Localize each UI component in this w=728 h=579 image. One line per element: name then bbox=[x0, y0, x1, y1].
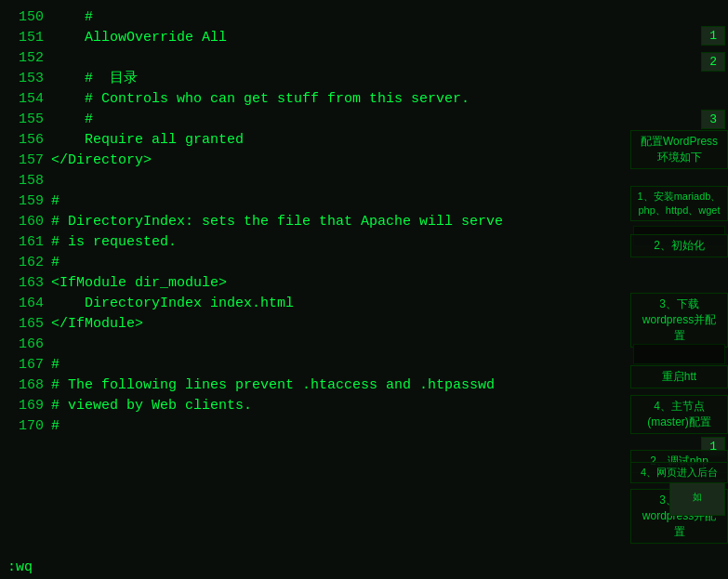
line-number: 160 bbox=[0, 212, 51, 232]
line-content: # bbox=[51, 191, 60, 212]
line-number: 159 bbox=[0, 191, 51, 212]
line-content: DirectoryIndex index.html bbox=[51, 294, 294, 314]
line-number: 157 bbox=[0, 151, 51, 171]
line-number: 155 bbox=[0, 110, 51, 130]
code-line: 165</IfModule> bbox=[0, 314, 728, 335]
code-line: 150 # bbox=[0, 7, 728, 28]
line-number: 165 bbox=[0, 314, 51, 335]
line-content: # viewed by Web clients. bbox=[51, 396, 252, 416]
line-content: </IfModule> bbox=[51, 314, 143, 335]
line-number: 154 bbox=[0, 89, 51, 110]
code-line: 153 # 目录 bbox=[0, 69, 728, 89]
line-number: 169 bbox=[0, 396, 51, 416]
terminal-window: 150 #151 AllowOverride All152153 # 目录154… bbox=[0, 0, 728, 579]
sidebar-overlay: 1 2 3 配置WordPress环境如下 1、安装mariadb、php、ht… bbox=[630, 0, 728, 539]
line-content: # Controls who can get stuff from this s… bbox=[51, 89, 470, 110]
line-number: 158 bbox=[0, 171, 51, 191]
code-line: 169# viewed by Web clients. bbox=[0, 396, 728, 416]
line-content: # bbox=[51, 416, 60, 437]
sidebar-badge-3[interactable]: 3 bbox=[701, 110, 725, 129]
code-line: 162# bbox=[0, 253, 728, 273]
sidebar-badge-1[interactable]: 1 bbox=[701, 26, 725, 46]
line-number: 167 bbox=[0, 355, 51, 375]
code-line: 161# is requested. bbox=[0, 232, 728, 253]
overlay-restart-http: 重启htt bbox=[630, 365, 728, 388]
line-number: 156 bbox=[0, 130, 51, 151]
vim-command: :wq bbox=[7, 559, 33, 575]
line-number: 164 bbox=[0, 294, 51, 314]
line-content: # 目录 bbox=[51, 69, 138, 89]
line-content: <IfModule dir_module> bbox=[51, 273, 227, 294]
avatar: 如 bbox=[669, 479, 725, 516]
line-number: 150 bbox=[0, 7, 51, 28]
command-line: :wq bbox=[0, 556, 728, 579]
code-line: 151 AllowOverride All bbox=[0, 28, 728, 48]
code-line: 168# The following lines prevent .htacce… bbox=[0, 375, 728, 396]
code-line: 166 bbox=[0, 335, 728, 355]
line-content: # bbox=[51, 110, 93, 130]
overlay-download-wordpress-1: 3、下载wordpress并配置 bbox=[630, 293, 728, 348]
code-line: 170# bbox=[0, 416, 728, 437]
code-line: 164 DirectoryIndex index.html bbox=[0, 294, 728, 314]
overlay-install-mariadb: 1、安装mariadb、php、httpd、wget bbox=[630, 186, 728, 221]
line-content: # bbox=[51, 253, 60, 273]
line-number: 162 bbox=[0, 253, 51, 273]
code-line: 158 bbox=[0, 171, 728, 191]
line-number: 166 bbox=[0, 335, 51, 355]
code-area: 150 #151 AllowOverride All152153 # 目录154… bbox=[0, 0, 728, 444]
overlay-dark-block-2 bbox=[633, 344, 725, 364]
line-content: </Directory> bbox=[51, 151, 152, 171]
line-number: 151 bbox=[0, 28, 51, 48]
code-line: 156 Require all granted bbox=[0, 130, 728, 151]
line-number: 170 bbox=[0, 416, 51, 437]
overlay-init: 2、初始化 bbox=[630, 234, 728, 257]
overlay-wordpress-env: 配置WordPress环境如下 bbox=[630, 130, 728, 169]
code-line: 152 bbox=[0, 48, 728, 69]
code-line: 159# bbox=[0, 191, 728, 212]
line-number: 168 bbox=[0, 375, 51, 396]
line-content: # bbox=[51, 7, 93, 28]
line-content: # DirectoryIndex: sets the file that Apa… bbox=[51, 212, 503, 232]
line-number: 152 bbox=[0, 48, 51, 69]
code-line: 154 # Controls who can get stuff from th… bbox=[0, 89, 728, 110]
code-line: 163<IfModule dir_module> bbox=[0, 273, 728, 294]
code-line: 157</Directory> bbox=[0, 151, 728, 171]
line-content: # The following lines prevent .htaccess … bbox=[51, 375, 495, 396]
code-line: 160# DirectoryIndex: sets the file that … bbox=[0, 212, 728, 232]
sidebar-badge-2[interactable]: 2 bbox=[701, 52, 725, 72]
code-line: 155 # bbox=[0, 110, 728, 130]
overlay-backend: 4、网页进入后台 bbox=[630, 462, 728, 483]
line-number: 161 bbox=[0, 232, 51, 253]
line-number: 163 bbox=[0, 273, 51, 294]
line-content: # bbox=[51, 355, 60, 375]
line-content: # is requested. bbox=[51, 232, 177, 253]
code-line: 167# bbox=[0, 355, 728, 375]
line-content: AllowOverride All bbox=[51, 28, 227, 48]
line-content: Require all granted bbox=[51, 130, 244, 151]
line-number: 153 bbox=[0, 69, 51, 89]
overlay-master-config: 4、主节点(master)配置 bbox=[630, 395, 728, 434]
